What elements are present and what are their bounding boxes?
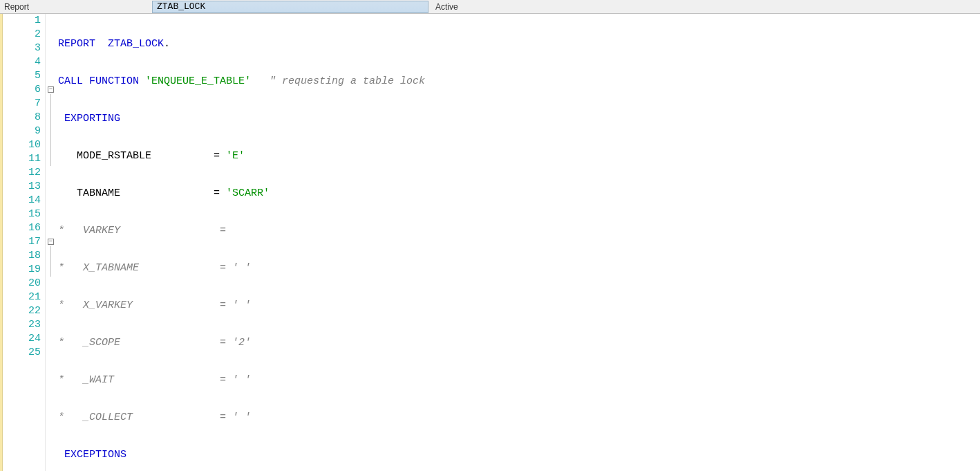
line-number: 1 xyxy=(3,14,41,28)
code-line: TABNAME = 'SCARR' xyxy=(58,187,980,201)
line-number: 17 xyxy=(3,235,41,249)
code-line: EXPORTING xyxy=(58,112,980,126)
line-number: 6 xyxy=(3,83,41,97)
code-line: * X_TABNAME = ' ' xyxy=(58,261,980,275)
line-number: 20 xyxy=(3,277,41,290)
line-number: 7 xyxy=(3,97,41,111)
code-line: EXCEPTIONS xyxy=(58,448,980,462)
line-number: 3 xyxy=(3,41,41,55)
line-number: 24 xyxy=(3,332,41,346)
code-line: * VARKEY = xyxy=(58,224,980,238)
code-editor[interactable]: 1 2 3 4 5 6 7 8 9 10 11 12 13 14 15 16 1… xyxy=(0,14,980,471)
line-number: 18 xyxy=(3,249,41,263)
line-number: 8 xyxy=(3,111,41,124)
line-number: 22 xyxy=(3,304,41,318)
code-line: * _COLLECT = ' ' xyxy=(58,411,980,425)
line-number: 10 xyxy=(3,138,41,152)
status-label: Active xyxy=(428,2,465,12)
line-number: 9 xyxy=(3,124,41,138)
fold-toggle-icon[interactable]: − xyxy=(48,239,54,245)
report-name-field[interactable]: ZTAB_LOCK xyxy=(152,1,428,13)
header-bar: Report ZTAB_LOCK Active xyxy=(0,0,980,14)
line-number: 2 xyxy=(3,28,41,41)
line-number: 19 xyxy=(3,263,41,277)
line-number: 14 xyxy=(3,194,41,207)
fold-toggle-icon[interactable]: − xyxy=(48,86,54,93)
fold-column: − − xyxy=(46,14,58,471)
report-label: Report xyxy=(0,2,152,12)
line-number: 15 xyxy=(3,207,41,221)
line-number: 12 xyxy=(3,166,41,180)
fold-line xyxy=(50,94,51,166)
line-number: 23 xyxy=(3,318,41,332)
line-number: 11 xyxy=(3,152,41,166)
code-line: CALL FUNCTION 'ENQUEUE_E_TABLE' " reques… xyxy=(58,75,980,89)
line-number: 4 xyxy=(3,55,41,69)
line-number-gutter: 1 2 3 4 5 6 7 8 9 10 11 12 13 14 15 16 1… xyxy=(3,14,46,471)
line-number: 21 xyxy=(3,290,41,304)
code-line: * _WAIT = ' ' xyxy=(58,373,980,387)
fold-line xyxy=(50,246,51,277)
line-number: 13 xyxy=(3,180,41,194)
line-number: 5 xyxy=(3,69,41,83)
code-line: * X_VARKEY = ' ' xyxy=(58,299,980,313)
line-number: 16 xyxy=(3,221,41,235)
code-line: MODE_RSTABLE = 'E' xyxy=(58,149,980,163)
code-area[interactable]: REPORT ZTAB_LOCK. CALL FUNCTION 'ENQUEUE… xyxy=(58,14,980,471)
line-number: 25 xyxy=(3,346,41,360)
code-line: * _SCOPE = '2' xyxy=(58,336,980,350)
code-line: REPORT ZTAB_LOCK. xyxy=(58,37,980,51)
